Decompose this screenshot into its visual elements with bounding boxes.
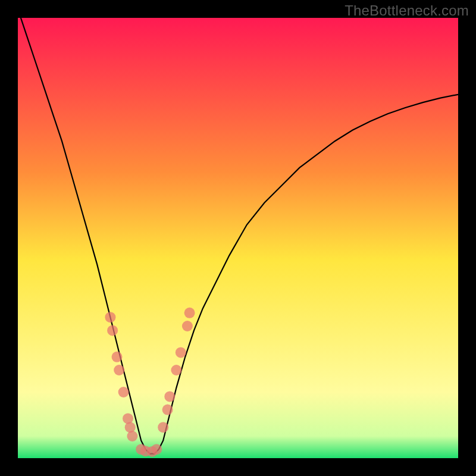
gradient-background [18, 18, 458, 458]
watermark-text: TheBottleneck.com [345, 2, 469, 19]
data-marker [182, 321, 193, 331]
data-marker [184, 308, 195, 318]
data-marker [176, 347, 186, 358]
chart-root: TheBottleneck.com [0, 0, 476, 476]
data-marker [164, 391, 175, 402]
data-marker [151, 444, 162, 455]
data-marker [112, 352, 123, 362]
data-marker [118, 387, 129, 397]
data-marker [107, 325, 118, 336]
data-marker [114, 365, 124, 375]
chart-svg [18, 18, 458, 458]
data-marker [127, 431, 137, 441]
plot-area [18, 18, 458, 458]
data-marker [171, 365, 181, 375]
data-marker [158, 422, 168, 433]
data-marker [105, 312, 115, 322]
data-marker [162, 405, 173, 415]
